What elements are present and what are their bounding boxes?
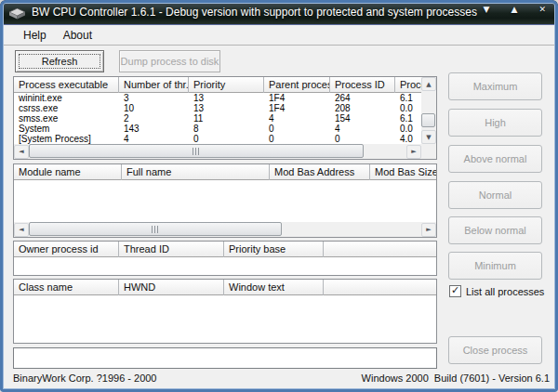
column-header[interactable]: Number of thr...: [119, 77, 189, 93]
process-cell: 3: [119, 93, 189, 103]
scroll-right-icon[interactable]: ►: [406, 145, 421, 159]
column-header[interactable]: Mod Bas Size: [370, 164, 436, 180]
process-cell: smss.exe: [14, 113, 119, 124]
close-icon[interactable]: ✕: [538, 3, 546, 16]
hscroll-thumb[interactable]: [29, 222, 282, 236]
column-header[interactable]: Owner process id: [14, 242, 119, 257]
module-list-header: Module name Full name Mod Bas Address Mo…: [14, 164, 436, 180]
menu-help[interactable]: Help: [15, 27, 55, 44]
column-header[interactable]: Thread ID: [119, 242, 224, 257]
window-title: BW CPU Controller 1.6.1 - Debug version …: [32, 6, 477, 19]
app-icon: [9, 7, 25, 18]
hscroll-thumb[interactable]: [29, 144, 364, 158]
window-list-header: Class name HWND Window text: [14, 280, 436, 295]
table-row[interactable]: System 143 8 0 4 0.0: [14, 124, 421, 134]
process-cell: 6.1: [395, 113, 421, 124]
column-header[interactable]: Window text: [224, 280, 324, 295]
thread-list-header: Owner process id Thread ID Priority base: [14, 242, 436, 257]
table-row[interactable]: [System Process] 4 0 0 0 4.0: [14, 134, 421, 144]
status-os-version: Windows 2000 Build (7601) - Version 6.1: [362, 372, 550, 384]
scrollbar-corner: [421, 144, 436, 159]
process-cell: csrss.exe: [14, 103, 119, 113]
scroll-up-icon[interactable]: ▲: [421, 77, 436, 91]
column-header[interactable]: Class name: [14, 280, 119, 295]
high-button[interactable]: High: [448, 109, 542, 137]
column-header[interactable]: Process executable: [14, 77, 119, 93]
window-controls: ▼ ▲ ✕: [484, 3, 546, 16]
process-cell: 2: [119, 113, 189, 124]
maximize-icon[interactable]: ▲: [512, 3, 518, 16]
column-header[interactable]: Full name: [122, 164, 270, 180]
process-cell: 0: [330, 134, 395, 144]
bottom-text-field[interactable]: [13, 347, 437, 369]
table-row[interactable]: smss.exe 2 11 4 154 6.1: [14, 113, 421, 124]
scroll-grip-icon: [152, 226, 160, 233]
column-header[interactable]: Mod Bas Address: [270, 164, 370, 180]
process-cell: 0: [264, 124, 330, 134]
table-row[interactable]: wininit.exe 3 13 1F4 264 6.1: [14, 93, 421, 103]
process-list: Process executable Number of thr... Prio…: [13, 76, 437, 160]
column-header[interactable]: Proces: [395, 77, 421, 93]
scroll-left-icon[interactable]: ◄: [14, 145, 29, 159]
process-list-vscrollbar[interactable]: ▲ ▼: [421, 77, 436, 144]
checkbox-label: List all processes: [466, 286, 544, 297]
titlebar[interactable]: BW CPU Controller 1.6.1 - Debug version …: [0, 0, 558, 25]
process-cell: 1F4: [264, 93, 330, 103]
table-row[interactable]: csrss.exe 10 13 1F4 208 0.0: [14, 103, 421, 113]
process-cell: 8: [189, 124, 264, 134]
checkbox-box[interactable]: ✓: [449, 285, 461, 297]
dump-process-button[interactable]: Dump process to disk: [119, 50, 220, 72]
process-rows: wininit.exe 3 13 1F4 264 6.1 csrss.exe 1…: [14, 93, 421, 144]
process-cell: 0: [264, 134, 330, 144]
process-cell: 264: [330, 93, 395, 103]
process-cell: 0.0: [395, 103, 421, 113]
maximum-button[interactable]: Maximum: [448, 72, 542, 100]
process-cell: 0: [189, 134, 264, 144]
minimum-button[interactable]: Minimum: [448, 252, 542, 280]
scroll-grip-icon: [193, 148, 201, 155]
column-header[interactable]: Priority base: [224, 242, 324, 257]
vscroll-thumb[interactable]: [421, 113, 435, 127]
list-all-processes-checkbox[interactable]: ✓ List all processes: [449, 285, 544, 297]
column-header[interactable]: Priority: [189, 77, 264, 93]
process-cell: 4: [264, 113, 330, 124]
column-header: [324, 280, 436, 295]
process-cell: 4: [330, 124, 395, 134]
window-list: Class name HWND Window text: [13, 279, 437, 344]
below-normal-button[interactable]: Below normal: [448, 216, 542, 244]
process-cell: 208: [330, 103, 395, 113]
menubar: Help About: [3, 26, 555, 46]
process-cell: 143: [119, 124, 189, 134]
process-cell: 13: [189, 103, 264, 113]
close-process-button[interactable]: Close process: [448, 336, 542, 364]
scroll-left-icon[interactable]: ◄: [14, 223, 29, 237]
hscroll-track[interactable]: [29, 222, 421, 237]
process-cell: 0.0: [395, 124, 421, 134]
minimize-icon[interactable]: ▼: [484, 3, 490, 16]
checkmark-icon: ✓: [451, 285, 459, 295]
process-list-hscrollbar[interactable]: ◄ ►: [14, 144, 421, 159]
column-header[interactable]: HWND: [119, 280, 224, 295]
process-cell: 4.0: [395, 134, 421, 144]
process-cell: 13: [189, 93, 264, 103]
column-header[interactable]: Module name: [14, 164, 122, 180]
column-header[interactable]: Parent process: [264, 77, 330, 93]
process-cell: 1F4: [264, 103, 330, 113]
refresh-button[interactable]: Refresh: [15, 50, 104, 72]
scroll-down-icon[interactable]: ▼: [421, 130, 436, 144]
menu-about[interactable]: About: [55, 27, 100, 44]
thread-list: Owner process id Thread ID Priority base: [13, 241, 437, 276]
scroll-right-icon[interactable]: ►: [421, 223, 436, 237]
process-cell: wininit.exe: [14, 93, 119, 103]
above-normal-button[interactable]: Above normal: [448, 145, 542, 173]
normal-button[interactable]: Normal: [448, 181, 542, 209]
vscroll-track[interactable]: [421, 91, 436, 130]
app-window: BW CPU Controller 1.6.1 - Debug version …: [0, 0, 558, 392]
hscroll-track[interactable]: [29, 144, 406, 159]
process-cell: 10: [119, 103, 189, 113]
process-cell: System: [14, 124, 119, 134]
process-list-header: Process executable Number of thr... Prio…: [14, 77, 421, 93]
module-list-hscrollbar[interactable]: ◄ ►: [14, 222, 436, 237]
column-header[interactable]: Process ID: [330, 77, 395, 93]
status-copyright: BinaryWork Corp. ?1996 - 2000: [13, 372, 157, 384]
